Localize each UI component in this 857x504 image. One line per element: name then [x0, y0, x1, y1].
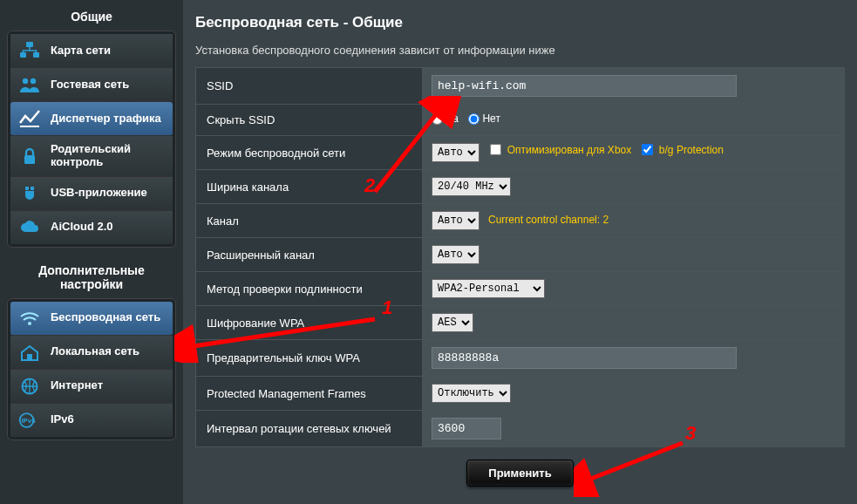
rekey-interval-input[interactable]	[432, 418, 501, 439]
apply-row: Применить	[195, 447, 845, 490]
hide-ssid-no[interactable]: Нет	[468, 112, 500, 125]
label-wireless-mode: Режим беспроводной сети	[196, 136, 423, 170]
label-ssid: SSID	[196, 68, 423, 105]
sidebar-item-label: Беспроводная сеть	[51, 311, 160, 324]
sidebar-item-wan[interactable]: Интернет	[10, 370, 173, 404]
row-auth-method: Метод проверки подлинности WPA2-Personal	[196, 272, 845, 306]
bg-protection[interactable]: b/g Protection	[642, 144, 724, 156]
bg-checkbox[interactable]	[642, 144, 653, 155]
svg-point-3	[23, 78, 28, 84]
row-hide-ssid: Скрыть SSID Да Нет	[196, 105, 845, 136]
ext-channel-select[interactable]: Авто	[432, 245, 480, 264]
parental-control-icon	[17, 146, 42, 166]
current-channel-text: Current control channel: 2	[488, 214, 609, 226]
sidebar-item-network-map[interactable]: Карта сети	[10, 34, 173, 68]
aicloud-icon	[17, 218, 42, 237]
sidebar-item-wireless[interactable]: Беспроводная сеть	[10, 302, 173, 336]
row-wpa-psk: Предварительный ключ WPA	[196, 340, 845, 377]
row-wireless-mode: Режим беспроводной сети Авто Оптимизиров…	[196, 136, 845, 170]
annotation-number-3: 3	[685, 422, 696, 445]
label-hide-ssid: Скрыть SSID	[196, 105, 423, 136]
sidebar-item-guest-network[interactable]: Гостевая сеть	[10, 68, 173, 102]
svg-point-7	[28, 322, 31, 325]
sidebar-item-traffic-manager[interactable]: Диспетчер трафика	[10, 102, 173, 136]
channel-width-select[interactable]: 20/40 MHz	[432, 177, 511, 196]
sidebar-general-panel: Карта сети Гостевая сеть Диспетчер трафи…	[7, 31, 176, 248]
xbox-checkbox[interactable]	[490, 144, 501, 155]
ipv6-icon: IPv6	[17, 411, 42, 430]
sidebar-advanced-header: Дополнительные настройки	[7, 258, 176, 298]
label-channel: Канал	[196, 204, 423, 238]
wireless-icon	[17, 309, 42, 328]
svg-text:IPv6: IPv6	[21, 417, 36, 425]
wireless-mode-select[interactable]: Авто	[432, 143, 480, 162]
channel-select[interactable]: Авто	[432, 211, 480, 230]
svg-point-4	[31, 78, 36, 84]
label-wpa-psk: Предварительный ключ WPA	[196, 340, 423, 377]
sidebar-item-label: AiCloud 2.0	[51, 221, 113, 234]
svg-rect-6	[24, 155, 35, 164]
annotation-number-2: 2	[364, 174, 375, 197]
row-ssid: SSID	[196, 68, 845, 105]
sidebar-item-label: IPv6	[51, 413, 74, 426]
sidebar-item-label: Диспетчер трафика	[51, 112, 161, 126]
hide-ssid-yes-radio[interactable]	[432, 113, 443, 125]
page-title: Беспроводная сеть - Общие	[195, 14, 845, 31]
svg-rect-8	[27, 354, 32, 360]
row-pmf: Protected Management Frames Отключить	[196, 377, 845, 411]
sidebar-item-label: Локальная сеть	[51, 345, 139, 358]
svg-rect-0	[26, 42, 33, 47]
apply-button[interactable]: Применить	[466, 460, 573, 487]
wpa-encryption-select[interactable]: AES	[432, 313, 473, 332]
hide-ssid-yes[interactable]: Да	[432, 112, 459, 125]
guest-network-icon	[17, 75, 42, 94]
label-ext-channel: Расширенный канал	[196, 238, 423, 272]
page-subtitle: Установка беспроводного соединения завис…	[195, 44, 845, 57]
row-ext-channel: Расширенный канал Авто	[196, 238, 845, 272]
sidebar-item-aicloud[interactable]: AiCloud 2.0	[10, 211, 173, 244]
traffic-manager-icon	[17, 109, 42, 128]
ssid-input[interactable]	[432, 75, 737, 97]
sidebar-item-label: Родительский контроль	[51, 143, 166, 169]
sidebar-item-ipv6[interactable]: IPv6 IPv6	[10, 404, 173, 437]
label-rekey-interval: Интервал ротации сетевых ключей	[196, 411, 423, 447]
sidebar-item-usb-app[interactable]: USB-приложение	[10, 177, 173, 211]
sidebar-item-parental-control[interactable]: Родительский контроль	[10, 136, 173, 177]
network-map-icon	[17, 41, 42, 60]
settings-table: SSID Скрыть SSID Да Нет Режим беспроводн…	[195, 67, 845, 447]
sidebar: Общие Карта сети Гостевая сеть Диспетчер…	[0, 0, 183, 504]
sidebar-item-label: USB-приложение	[51, 187, 147, 200]
label-channel-width: Ширина канала	[196, 170, 423, 204]
annotation-number-1: 1	[382, 296, 392, 319]
lan-icon	[17, 343, 42, 362]
label-pmf: Protected Management Frames	[196, 377, 423, 411]
row-channel: Канал АвтоCurrent control channel: 2	[196, 204, 845, 238]
row-wpa-encryption: Шифрование WPA AES	[196, 306, 845, 340]
sidebar-advanced-panel: Беспроводная сеть Локальная сеть Интерне…	[7, 298, 176, 440]
sidebar-item-label: Карта сети	[51, 44, 111, 58]
sidebar-item-label: Гостевая сеть	[51, 78, 129, 92]
svg-rect-1	[20, 52, 26, 58]
pmf-select[interactable]: Отключить	[432, 384, 511, 403]
sidebar-item-lan[interactable]: Локальная сеть	[10, 336, 173, 370]
hide-ssid-no-radio[interactable]	[468, 113, 480, 125]
svg-rect-2	[33, 52, 39, 58]
usb-app-icon	[17, 184, 42, 203]
wpa-psk-input[interactable]	[432, 347, 737, 369]
sidebar-general-header: Общие	[7, 4, 176, 31]
xbox-optimized[interactable]: Оптимизирован для Xbox	[490, 144, 632, 156]
auth-method-select[interactable]: WPA2-Personal	[432, 279, 545, 298]
sidebar-item-label: Интернет	[51, 379, 103, 392]
row-channel-width: Ширина канала 20/40 MHz	[196, 170, 845, 204]
row-rekey-interval: Интервал ротации сетевых ключей	[196, 411, 845, 447]
content-area: Беспроводная сеть - Общие Установка бесп…	[183, 0, 857, 504]
internet-icon	[17, 377, 42, 396]
